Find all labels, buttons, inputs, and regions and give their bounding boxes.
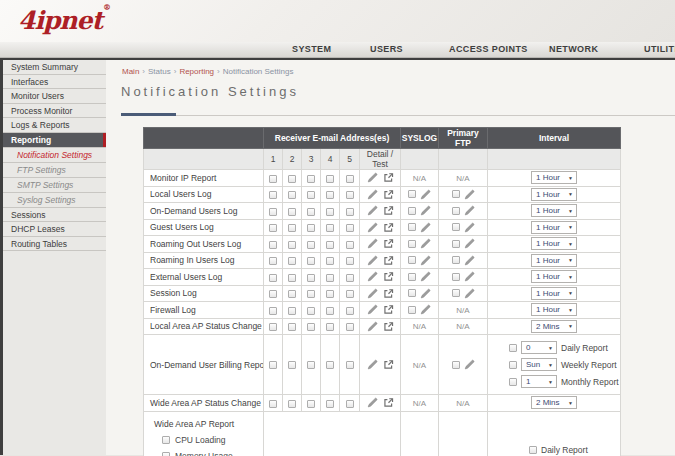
brand-logo[interactable]: 4ipnet® — [18, 6, 109, 35]
interval-select[interactable]: 1 Hour▼ — [531, 303, 577, 316]
edit-icon[interactable] — [420, 205, 431, 216]
sidebar-item-monitor-users[interactable]: Monitor Users — [3, 89, 106, 104]
test-icon[interactable] — [383, 359, 394, 370]
edit-icon[interactable] — [464, 222, 475, 233]
interval-checkbox[interactable] — [509, 378, 517, 386]
email-checkbox-4[interactable] — [326, 323, 334, 331]
email-checkbox-2[interactable] — [288, 290, 296, 298]
log-checkbox[interactable] — [452, 289, 460, 297]
email-checkbox-1[interactable] — [269, 361, 277, 369]
edit-icon[interactable] — [420, 288, 431, 299]
interval-select[interactable]: 2 Mins▼ — [531, 320, 577, 333]
sidebar-item-ftp-settings[interactable]: FTP Settings — [3, 163, 106, 178]
email-checkbox-4[interactable] — [326, 290, 334, 298]
email-checkbox-2[interactable] — [288, 241, 296, 249]
log-checkbox[interactable] — [408, 223, 416, 231]
edit-icon[interactable] — [367, 222, 378, 233]
email-checkbox-3[interactable] — [307, 290, 315, 298]
email-checkbox-5[interactable] — [346, 290, 354, 298]
email-checkbox-5[interactable] — [346, 323, 354, 331]
log-checkbox[interactable] — [408, 273, 416, 281]
email-checkbox-2[interactable] — [288, 175, 296, 183]
edit-icon[interactable] — [464, 238, 475, 249]
email-checkbox-1[interactable] — [269, 257, 277, 265]
edit-icon[interactable] — [464, 205, 475, 216]
sidebar-item-process-monitor[interactable]: Process Monitor — [3, 104, 106, 119]
edit-icon[interactable] — [464, 271, 475, 282]
edit-icon[interactable] — [464, 359, 475, 370]
email-checkbox-4[interactable] — [326, 257, 334, 265]
email-checkbox-3[interactable] — [307, 257, 315, 265]
edit-icon[interactable] — [367, 288, 378, 299]
test-icon[interactable] — [383, 255, 394, 266]
email-checkbox-5[interactable] — [346, 208, 354, 216]
log-checkbox[interactable] — [452, 190, 460, 198]
test-icon[interactable] — [383, 304, 394, 315]
edit-icon[interactable] — [464, 189, 475, 200]
edit-icon[interactable] — [420, 189, 431, 200]
edit-icon[interactable] — [367, 304, 378, 315]
sidebar-item-reporting[interactable]: Reporting — [3, 133, 106, 148]
log-checkbox[interactable] — [452, 223, 460, 231]
log-checkbox[interactable] — [408, 240, 416, 248]
interval-select[interactable]: 1 Hour▼ — [531, 254, 577, 267]
test-icon[interactable] — [383, 288, 394, 299]
email-checkbox-5[interactable] — [346, 175, 354, 183]
edit-icon[interactable] — [367, 397, 378, 408]
interval-select[interactable]: 1 Hour▼ — [531, 188, 577, 201]
email-checkbox-5[interactable] — [346, 257, 354, 265]
breadcrumb-reporting[interactable]: Reporting — [179, 67, 214, 76]
sidebar-item-interfaces[interactable]: Interfaces — [3, 75, 106, 90]
log-checkbox[interactable] — [408, 256, 416, 264]
edit-icon[interactable] — [420, 255, 431, 266]
email-checkbox-5[interactable] — [346, 361, 354, 369]
sidebar-item-dhcp-leases[interactable]: DHCP Leases — [3, 222, 106, 237]
edit-icon[interactable] — [367, 271, 378, 282]
test-icon[interactable] — [383, 205, 394, 216]
email-checkbox-1[interactable] — [269, 290, 277, 298]
email-checkbox-1[interactable] — [269, 175, 277, 183]
edit-icon[interactable] — [420, 238, 431, 249]
email-checkbox-3[interactable] — [307, 274, 315, 282]
email-checkbox-3[interactable] — [307, 191, 315, 199]
log-checkbox[interactable] — [452, 361, 460, 369]
email-checkbox-4[interactable] — [326, 175, 334, 183]
log-checkbox[interactable] — [452, 240, 460, 248]
test-icon[interactable] — [383, 189, 394, 200]
email-checkbox-5[interactable] — [346, 191, 354, 199]
log-checkbox[interactable] — [452, 273, 460, 281]
nav-item-system[interactable]: SYSTEM — [292, 42, 331, 57]
report-item-checkbox[interactable] — [162, 452, 170, 456]
interval-value-select[interactable]: 1▼ — [521, 375, 557, 388]
email-checkbox-4[interactable] — [326, 307, 334, 315]
email-checkbox-2[interactable] — [288, 400, 296, 408]
nav-item-users[interactable]: USERS — [370, 42, 403, 57]
log-checkbox[interactable] — [452, 256, 460, 264]
email-checkbox-1[interactable] — [269, 323, 277, 331]
email-checkbox-2[interactable] — [288, 361, 296, 369]
interval-value-select[interactable]: 0▼ — [521, 341, 557, 354]
test-icon[interactable] — [383, 321, 394, 332]
interval-select[interactable]: 1 Hour▼ — [531, 221, 577, 234]
sidebar-item-notification-settings[interactable]: Notification Settings — [3, 148, 106, 163]
email-checkbox-4[interactable] — [326, 191, 334, 199]
edit-icon[interactable] — [420, 304, 431, 315]
email-checkbox-2[interactable] — [288, 191, 296, 199]
email-checkbox-4[interactable] — [326, 241, 334, 249]
email-checkbox-5[interactable] — [346, 224, 354, 232]
interval-select[interactable]: 1 Hour▼ — [531, 287, 577, 300]
email-checkbox-2[interactable] — [288, 323, 296, 331]
email-checkbox-3[interactable] — [307, 175, 315, 183]
interval-select[interactable]: 1 Hour▼ — [531, 237, 577, 250]
email-checkbox-1[interactable] — [269, 400, 277, 408]
sidebar-item-system-summary[interactable]: System Summary — [3, 60, 106, 75]
email-checkbox-1[interactable] — [269, 241, 277, 249]
edit-icon[interactable] — [367, 359, 378, 370]
interval-checkbox[interactable] — [509, 344, 517, 352]
email-checkbox-3[interactable] — [307, 361, 315, 369]
email-checkbox-3[interactable] — [307, 208, 315, 216]
email-checkbox-4[interactable] — [326, 224, 334, 232]
edit-icon[interactable] — [367, 321, 378, 332]
email-checkbox-1[interactable] — [269, 191, 277, 199]
email-checkbox-2[interactable] — [288, 208, 296, 216]
